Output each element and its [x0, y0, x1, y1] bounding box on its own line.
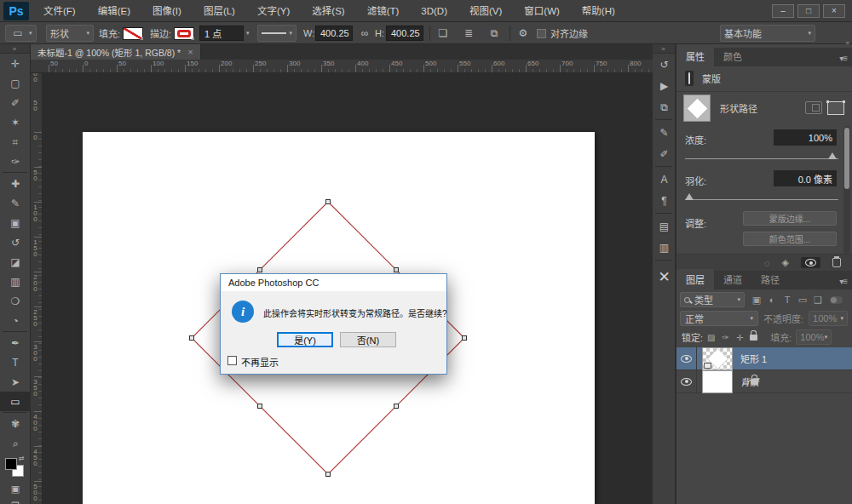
- anchor-point[interactable]: [258, 268, 262, 272]
- tab-路径[interactable]: 路径: [751, 269, 789, 289]
- layer-row[interactable]: 背景: [676, 370, 852, 393]
- layer-comps-panel-icon[interactable]: ▤: [653, 215, 676, 237]
- vector-mask-icon[interactable]: [827, 101, 844, 115]
- scrollbar-thumb[interactable]: [844, 128, 849, 189]
- panel-menu-icon[interactable]: ▾≡: [833, 50, 852, 66]
- toolbar-collapse-icon[interactable]: »: [0, 44, 30, 54]
- gradient-tool[interactable]: ▥: [0, 272, 31, 291]
- layer-row[interactable]: 矩形 1: [676, 347, 852, 370]
- stroke-color-swatch[interactable]: [174, 27, 194, 40]
- minimize-button[interactable]: –: [772, 4, 794, 18]
- filter-shape-layers-icon[interactable]: ▭: [797, 295, 808, 306]
- crop-tool[interactable]: ⌗: [0, 132, 31, 152]
- gear-icon[interactable]: ⚙: [515, 27, 532, 39]
- add-layer-mask-icon[interactable]: [805, 101, 822, 114]
- feather-value[interactable]: 0.0 像素: [774, 170, 837, 186]
- tab-属性[interactable]: 属性: [676, 46, 714, 66]
- blend-mode-select[interactable]: 正常 ▾: [680, 311, 758, 326]
- blur-tool[interactable]: ❍: [0, 291, 31, 311]
- anchor-point[interactable]: [326, 200, 331, 204]
- type-tool[interactable]: T: [0, 352, 31, 372]
- eyedropper-tool[interactable]: ✑: [0, 152, 31, 171]
- rectangle-tool[interactable]: ▭: [0, 392, 31, 411]
- workspace-switcher[interactable]: 基本功能 ▾: [720, 25, 815, 42]
- stroke-style-select[interactable]: ▾: [257, 25, 296, 42]
- lock-all-icon[interactable]: [750, 335, 757, 341]
- filter-pixel-layers-icon[interactable]: ▣: [751, 295, 762, 306]
- rectangular-marquee-tool[interactable]: ▢: [0, 73, 31, 93]
- lasso-tool[interactable]: ✐: [0, 93, 31, 112]
- layer-thumbnail[interactable]: [702, 347, 733, 370]
- dont-show-again-checkbox[interactable]: [227, 356, 237, 365]
- zoom-tool[interactable]: ⌕: [0, 433, 31, 453]
- layer-thumbnail[interactable]: [702, 370, 733, 393]
- filter-adjustment-layers-icon[interactable]: ◐: [767, 295, 777, 306]
- density-slider[interactable]: [685, 158, 838, 159]
- eraser-tool[interactable]: ◪: [0, 252, 31, 272]
- path-operations-icon[interactable]: ❏: [435, 27, 452, 39]
- feather-slider[interactable]: [685, 199, 838, 200]
- shape-path-thumbnail[interactable]: [683, 94, 711, 122]
- dodge-tool[interactable]: ◔: [0, 311, 31, 330]
- foreground-color-swatch[interactable]: [5, 458, 17, 470]
- tool-preset-picker[interactable]: ▭ ▾: [5, 25, 37, 42]
- maximize-button[interactable]: □: [797, 4, 820, 18]
- history-panel-icon[interactable]: ↺: [653, 54, 676, 75]
- pen-tool[interactable]: ✒: [0, 333, 31, 352]
- chevron-down-icon[interactable]: ▾: [246, 30, 250, 37]
- info-panel-icon[interactable]: ▥: [653, 237, 676, 258]
- mask-edge-button[interactable]: 蒙版边缘...: [743, 211, 837, 226]
- menu-item[interactable]: 窗口(W): [513, 0, 571, 22]
- fill-color-swatch[interactable]: [123, 27, 143, 40]
- color-range-button[interactable]: 颜色范围...: [743, 232, 837, 246]
- layer-filter-select[interactable]: 类型 ▾: [680, 292, 745, 307]
- layer-visibility-toggle[interactable]: [676, 347, 697, 370]
- path-arrangement-icon[interactable]: ⧉: [486, 27, 503, 39]
- anchor-point[interactable]: [463, 336, 467, 341]
- apply-mask-icon[interactable]: ◈: [782, 257, 789, 268]
- menu-item[interactable]: 文件(F): [32, 0, 87, 22]
- horizontal-ruler[interactable]: 5005010015020025030035040045050055060065…: [31, 60, 653, 73]
- properties-scrollbar[interactable]: [843, 126, 850, 254]
- spot-healing-brush-tool[interactable]: ✚: [0, 174, 31, 193]
- tab-图层[interactable]: 图层: [676, 269, 714, 289]
- layer-visibility-toggle[interactable]: [676, 370, 697, 393]
- menu-item[interactable]: 帮助(H): [571, 0, 626, 22]
- align-edges-checkbox[interactable]: [537, 29, 546, 38]
- menu-item[interactable]: 编辑(E): [87, 0, 141, 22]
- quick-mask-button[interactable]: ▣: [0, 480, 31, 497]
- density-value[interactable]: 100%: [774, 129, 837, 146]
- stroke-width-input[interactable]: 1 点: [199, 26, 244, 41]
- history-brush-tool[interactable]: ↺: [0, 232, 31, 252]
- actions-panel-icon[interactable]: ▶: [653, 75, 676, 96]
- dock-collapse-icon[interactable]: »: [653, 44, 675, 54]
- brush-presets-panel-icon[interactable]: ✐: [653, 143, 676, 164]
- tab-颜色[interactable]: 颜色: [714, 46, 751, 66]
- tab-通道[interactable]: 通道: [714, 269, 751, 289]
- menu-item[interactable]: 图层(L): [193, 0, 246, 22]
- magic-wand-tool[interactable]: ✶: [0, 112, 31, 132]
- filter-toggle-switch[interactable]: [830, 296, 843, 304]
- clone-stamp-tool[interactable]: ▣: [0, 213, 31, 232]
- lock-position-icon[interactable]: ✛: [736, 333, 743, 342]
- brush-panel-icon[interactable]: ✎: [653, 122, 676, 143]
- anchor-point[interactable]: [394, 268, 399, 272]
- collapse-panels-icon[interactable]: »: [846, 39, 849, 47]
- document-tab[interactable]: 未标题-1 @ 100% (矩形 1, RGB/8) * ×: [31, 44, 201, 60]
- no-button[interactable]: 否(N): [340, 332, 396, 347]
- tool-presets-panel-icon[interactable]: ✕: [653, 262, 676, 291]
- feather-slider-thumb[interactable]: [685, 193, 694, 200]
- anchor-point[interactable]: [190, 336, 194, 341]
- path-selection-tool[interactable]: ➤: [0, 372, 31, 392]
- filter-smart-objects-icon[interactable]: ❑: [813, 295, 823, 306]
- shape-width-input[interactable]: 400.25: [315, 26, 353, 41]
- delete-mask-icon[interactable]: [832, 258, 841, 267]
- swap-colors-icon[interactable]: ⇄: [19, 455, 25, 462]
- close-tab-icon[interactable]: ×: [187, 47, 193, 57]
- tool-mode-select[interactable]: 形状 ▾: [46, 25, 94, 42]
- clone-source-panel-icon[interactable]: ⧉: [653, 96, 676, 117]
- anchor-point[interactable]: [394, 404, 399, 409]
- move-tool[interactable]: ✛: [0, 54, 31, 73]
- close-button[interactable]: ×: [823, 4, 845, 18]
- vertical-ruler[interactable]: 10050050100150200250300350400450500: [31, 73, 43, 504]
